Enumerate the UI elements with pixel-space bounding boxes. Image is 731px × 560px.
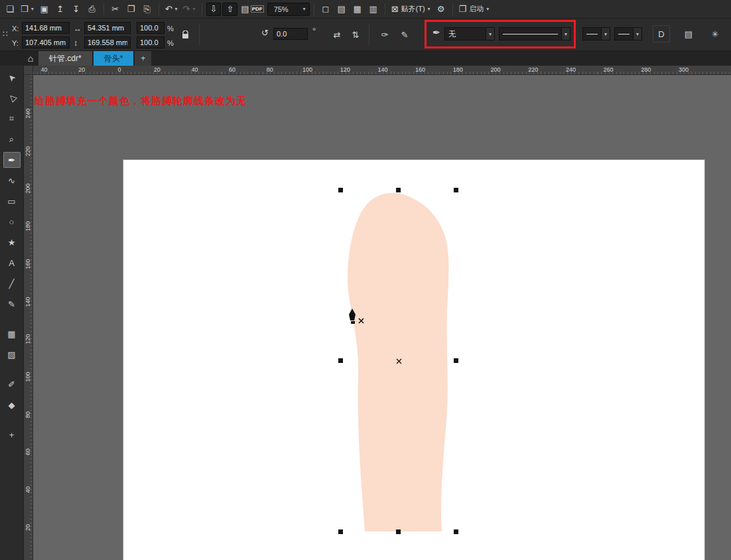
polygon-tool[interactable]: ★ [3, 234, 21, 250]
y-position-input[interactable] [22, 36, 70, 48]
drawing-tool[interactable]: ✎ [3, 296, 21, 312]
dropdown-caret-icon: ▾ [193, 6, 196, 12]
property-bar: ∷ X: Y: ↔ ↕ % % ↺ ° ⇄ ⇅ ✑ ✎ ✒ 无 ▾ ▾ [0, 19, 731, 51]
mirror-horizontal-button[interactable]: ⇄ [329, 27, 345, 42]
selection-handle [454, 529, 458, 534]
start-arrowhead-select[interactable]: ▾ [582, 27, 610, 40]
upload-button[interactable]: ↥ [53, 1, 68, 17]
canvas-area[interactable]: 给胳膊填充一个颜色，将胳膊轮廓线条改为无 [33, 75, 731, 560]
launcher-dropdown[interactable]: ❐启动▾ [457, 1, 492, 17]
rotation-input[interactable] [273, 28, 308, 40]
options-button[interactable]: ⚙ [434, 1, 448, 17]
height-input[interactable] [84, 36, 131, 48]
x-position-input[interactable] [22, 22, 70, 34]
crop-tool[interactable]: ⌗ [3, 111, 21, 127]
selection-handle [338, 529, 343, 534]
outline-width-select[interactable]: 无 ▾ [444, 27, 495, 40]
show-grid-button[interactable]: ▦ [350, 1, 365, 17]
more-tools-button-icon: + [9, 430, 15, 440]
object-height-icon: ↕ [74, 38, 78, 48]
selection-handle [454, 188, 458, 192]
horizontal-ruler[interactable]: 4020020406080100120140160180200220240260… [33, 66, 731, 75]
ruler-label: 260 [604, 66, 614, 73]
table-tool[interactable]: ▦ [3, 326, 21, 342]
zoom-level-select[interactable]: 75%▾ [267, 3, 310, 16]
import-button[interactable]: ⇩ [206, 3, 222, 16]
ruler-origin-corner[interactable] [24, 66, 33, 75]
eyedropper-tool[interactable]: ✐ [3, 376, 21, 392]
transparency-tool[interactable]: ▨ [3, 346, 21, 362]
ruler-label: 180 [453, 66, 463, 73]
lock-ratio-button[interactable] [179, 27, 191, 42]
dropdown-caret-icon: ▾ [486, 28, 494, 40]
ruler-label: 120 [25, 334, 31, 344]
ruler-label: 200 [490, 66, 500, 73]
ruler-label: 60 [25, 449, 31, 455]
ruler-label: 100 [25, 372, 31, 382]
new-document-button[interactable]: ❏ [3, 1, 17, 17]
pick-tool[interactable]: ➤ [3, 70, 21, 86]
undo-button[interactable]: ↶▾ [163, 1, 180, 17]
dropdown-caret-icon: ▾ [486, 6, 489, 12]
pen-tool[interactable]: ✒ [3, 152, 21, 168]
dropdown-caret-icon: ▾ [601, 28, 610, 40]
snap-to-icon: ⊠ [391, 5, 399, 13]
object-width-icon: ↔ [74, 24, 82, 33]
toolbar-separator [103, 3, 104, 15]
home-icon: ⌂ [28, 53, 33, 64]
upload-icon: ↥ [56, 5, 64, 13]
shape-tool[interactable]: ▷ [3, 90, 21, 106]
text-tool-icon: A [9, 258, 15, 268]
rectangle-tool[interactable]: ▭ [3, 193, 21, 209]
show-rulers-button[interactable]: ▤ [334, 1, 349, 17]
outline-width-value: 无 [445, 29, 486, 39]
vertical-ruler[interactable]: 24022020018016014012010080604020 [24, 75, 33, 560]
snap-to-dropdown[interactable]: ⊠贴齐(T)▾ [389, 1, 432, 17]
launcher-icon: ❐ [459, 5, 467, 13]
fullscreen-preview-button[interactable]: ◻ [318, 1, 333, 17]
new-tab-button[interactable]: + [135, 51, 151, 66]
redo-button[interactable]: ↷▾ [181, 1, 198, 17]
toolbar-separator [314, 3, 314, 15]
save-button[interactable]: ▣ [37, 1, 52, 17]
cut-button[interactable]: ✂ [108, 1, 123, 17]
auto-add-delete-button[interactable]: ✎ [397, 27, 413, 42]
curve-tool[interactable]: ∿ [3, 173, 21, 188]
scale-y-input[interactable] [137, 36, 165, 48]
ruler-label: 140 [377, 66, 387, 73]
scale-x-input[interactable] [137, 22, 165, 34]
width-input[interactable] [84, 22, 131, 34]
home-button[interactable]: ⌂ [23, 51, 38, 66]
separator [199, 24, 200, 45]
end-arrowhead-select[interactable]: ▾ [614, 27, 642, 40]
preview-mode-button[interactable]: ✑ [377, 27, 393, 42]
download-button[interactable]: ↧ [69, 1, 84, 17]
line-tool[interactable]: ╱ [3, 275, 21, 291]
selection-handle [338, 358, 343, 363]
paste-button[interactable]: ⎘ [140, 1, 155, 17]
export-button[interactable]: ⇧ [222, 3, 237, 16]
show-grid-icon: ▦ [353, 5, 361, 13]
document-tab-1[interactable]: 针管.cdr* [38, 51, 92, 66]
text-wrap-button[interactable]: ▤ [679, 25, 698, 42]
mirror-vertical-button[interactable]: ⇅ [348, 27, 364, 42]
open-button[interactable]: ❒▾ [19, 1, 36, 17]
ruler-label: 160 [25, 259, 31, 269]
publish-pdf-button[interactable]: ▤PDF [239, 1, 265, 17]
copy-button[interactable]: ❐ [124, 1, 139, 17]
fill-tool[interactable]: ◆ [3, 397, 21, 413]
ruler-label: 240 [566, 66, 576, 73]
ellipse-tool[interactable]: ○ [3, 214, 21, 230]
close-curve-button[interactable]: D [653, 25, 670, 42]
line-style-select[interactable]: ▾ [499, 27, 570, 40]
lock-icon [182, 31, 189, 39]
document-tab-2[interactable]: 骨头* [94, 51, 134, 66]
show-guidelines-button[interactable]: ▥ [366, 1, 381, 17]
effects-button[interactable]: ✳ [706, 25, 724, 42]
ellipse-tool-icon: ○ [9, 217, 15, 227]
print-button[interactable]: ⎙ [85, 1, 100, 17]
text-tool[interactable]: A [3, 255, 21, 271]
more-tools-button[interactable]: + [3, 427, 21, 443]
eyedropper-tool-icon: ✐ [8, 380, 15, 389]
zoom-tool[interactable]: ⌕ [3, 131, 21, 147]
